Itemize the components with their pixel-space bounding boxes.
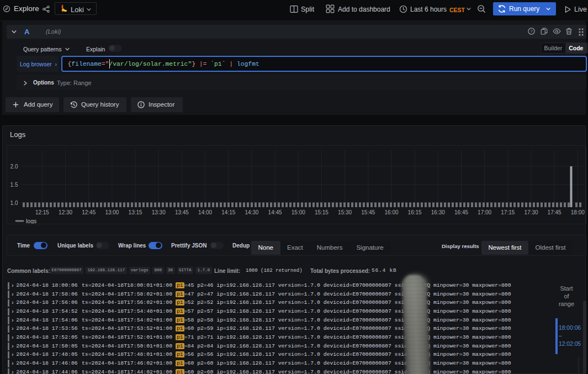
svg-text:12:45: 12:45 xyxy=(82,209,96,215)
svg-text:logs: logs xyxy=(26,218,36,224)
svg-text:13:45: 13:45 xyxy=(175,209,189,215)
svg-text:15:00: 15:00 xyxy=(292,209,305,215)
svg-text:12:30: 12:30 xyxy=(59,209,72,215)
svg-text:1.5: 1.5 xyxy=(10,182,18,188)
svg-text:2.0: 2.0 xyxy=(10,164,18,170)
svg-text:16:30: 16:30 xyxy=(431,209,445,215)
svg-text:17:45: 17:45 xyxy=(548,209,561,215)
svg-text:1.0: 1.0 xyxy=(10,200,18,206)
svg-text:16:15: 16:15 xyxy=(408,209,422,215)
svg-text:?: ? xyxy=(530,29,533,34)
svg-text:16:45: 16:45 xyxy=(454,209,468,215)
svg-text:15:30: 15:30 xyxy=(338,209,352,215)
svg-text:17:15: 17:15 xyxy=(501,209,515,215)
svg-text:17:00: 17:00 xyxy=(478,209,491,215)
svg-text:15:45: 15:45 xyxy=(361,209,375,215)
svg-text:18:00: 18:00 xyxy=(571,209,585,215)
svg-text:14:45: 14:45 xyxy=(268,209,282,215)
svg-text:14:00: 14:00 xyxy=(198,209,212,215)
svg-text:14:15: 14:15 xyxy=(221,209,235,215)
svg-text:17:30: 17:30 xyxy=(524,209,538,215)
svg-text:13:00: 13:00 xyxy=(105,209,119,215)
svg-text:14:30: 14:30 xyxy=(245,209,258,215)
svg-text:12:15: 12:15 xyxy=(35,209,49,215)
svg-text:15:15: 15:15 xyxy=(315,209,329,215)
svg-text:13:15: 13:15 xyxy=(129,209,142,215)
svg-text:13:30: 13:30 xyxy=(152,209,166,215)
svg-text:16:00: 16:00 xyxy=(384,209,398,215)
